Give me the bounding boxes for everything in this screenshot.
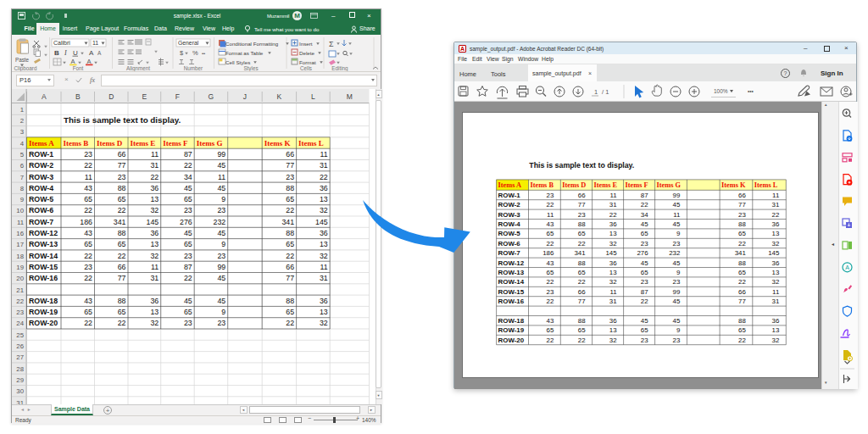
svg-text:13: 13 — [150, 240, 159, 248]
svg-text:65: 65 — [546, 269, 554, 276]
svg-text:11: 11 — [772, 191, 779, 198]
svg-text:32: 32 — [150, 252, 159, 260]
svg-text:99: 99 — [672, 287, 680, 295]
svg-text:22: 22 — [577, 336, 585, 343]
svg-text:65: 65 — [84, 195, 92, 203]
svg-text:23: 23 — [84, 150, 92, 159]
svg-text:ROW-5: ROW-5 — [498, 230, 520, 237]
svg-text:3: 3 — [20, 128, 24, 136]
svg-text:Items A: Items A — [29, 139, 54, 147]
svg-text:ROW-3: ROW-3 — [498, 210, 520, 218]
svg-text:13: 13 — [771, 326, 779, 334]
svg-text:ROW-18: ROW-18 — [29, 297, 58, 305]
svg-text:23: 23 — [672, 278, 680, 286]
svg-text:36: 36 — [150, 184, 159, 192]
svg-text:22: 22 — [286, 252, 294, 260]
svg-text:22: 22 — [609, 210, 616, 218]
svg-text:32: 32 — [150, 206, 159, 214]
svg-text:Format as Table: Format as Table — [225, 50, 264, 56]
svg-text:9: 9 — [676, 230, 681, 237]
svg-text:145: 145 — [315, 218, 328, 226]
svg-text:Alignment: Alignment — [126, 65, 150, 72]
svg-text:65: 65 — [286, 195, 294, 203]
svg-text:9: 9 — [221, 308, 225, 316]
svg-text:13: 13 — [771, 230, 779, 237]
svg-text:88: 88 — [286, 297, 294, 305]
svg-text:276: 276 — [637, 249, 648, 257]
svg-text:Items D: Items D — [97, 139, 123, 147]
svg-text:13: 13 — [150, 195, 159, 203]
svg-text:B: B — [54, 49, 59, 57]
svg-text:G: G — [209, 92, 214, 101]
svg-text:B: B — [75, 92, 81, 101]
svg-text:22: 22 — [738, 336, 746, 343]
svg-text:88: 88 — [118, 297, 126, 305]
svg-text:21: 21 — [16, 287, 24, 294]
svg-text:32: 32 — [320, 252, 328, 260]
svg-text:45: 45 — [217, 274, 225, 282]
svg-text:1: 1 — [594, 88, 598, 96]
svg-text:341: 341 — [114, 218, 126, 226]
svg-text:23: 23 — [546, 191, 554, 198]
svg-text:341: 341 — [281, 218, 294, 226]
svg-text:6: 6 — [20, 162, 24, 170]
svg-text:32: 32 — [150, 319, 159, 327]
svg-text:11: 11 — [673, 210, 680, 218]
svg-text:88: 88 — [738, 220, 746, 228]
svg-text:23: 23 — [184, 252, 192, 260]
svg-text:22: 22 — [286, 319, 294, 327]
svg-text:43: 43 — [84, 229, 92, 237]
svg-text:Items A: Items A — [498, 181, 520, 189]
svg-text:32: 32 — [609, 239, 616, 247]
svg-text:22: 22 — [84, 319, 92, 327]
svg-text:43: 43 — [84, 297, 92, 305]
svg-text:65: 65 — [577, 326, 585, 334]
svg-text:36: 36 — [771, 259, 779, 266]
svg-text:27: 27 — [16, 353, 24, 361]
svg-text:ROW-4: ROW-4 — [498, 220, 520, 228]
svg-text:A: A — [845, 264, 849, 270]
svg-text:65: 65 — [738, 269, 746, 276]
svg-text:88: 88 — [738, 317, 746, 325]
svg-text:36: 36 — [320, 184, 328, 192]
svg-text:ROW-13: ROW-13 — [498, 269, 524, 276]
svg-text:66: 66 — [738, 191, 746, 198]
svg-text:31: 31 — [320, 274, 328, 282]
svg-text:77: 77 — [577, 298, 585, 305]
svg-text:45: 45 — [217, 297, 225, 305]
svg-text:66: 66 — [118, 150, 126, 159]
svg-text:45: 45 — [184, 297, 192, 305]
svg-text:Items F: Items F — [163, 139, 188, 147]
svg-text:E: E — [142, 92, 147, 101]
svg-text:88: 88 — [286, 184, 294, 192]
svg-text:18: 18 — [16, 253, 24, 260]
svg-text:11: 11 — [92, 40, 98, 46]
svg-text:19: 19 — [16, 264, 24, 271]
svg-text:32: 32 — [609, 278, 616, 286]
svg-text:Calibri: Calibri — [53, 40, 70, 46]
svg-text:23: 23 — [286, 173, 294, 181]
svg-text:22: 22 — [771, 210, 779, 218]
svg-text:Items E: Items E — [593, 181, 617, 189]
svg-text:31: 31 — [771, 298, 779, 305]
svg-text:77: 77 — [738, 201, 746, 209]
svg-text:45: 45 — [184, 184, 192, 192]
svg-text:Items D: Items D — [562, 181, 586, 189]
svg-text:ROW-15: ROW-15 — [29, 263, 58, 271]
svg-text:99: 99 — [672, 191, 680, 198]
svg-text:ROW-5: ROW-5 — [29, 195, 53, 203]
svg-text:45: 45 — [640, 259, 648, 266]
svg-text:34: 34 — [640, 210, 648, 218]
svg-text:30: 30 — [16, 387, 24, 395]
svg-text:45: 45 — [672, 298, 680, 305]
svg-text:32: 32 — [320, 206, 328, 214]
svg-text:Items L: Items L — [754, 181, 777, 189]
svg-text:13: 13 — [609, 230, 616, 237]
svg-text:ROW-2: ROW-2 — [29, 161, 53, 170]
svg-text:22: 22 — [118, 206, 126, 214]
svg-text:23: 23 — [217, 206, 225, 214]
svg-text:11: 11 — [609, 287, 616, 295]
svg-text:22: 22 — [320, 173, 328, 181]
svg-text:Conditional Formatting: Conditional Formatting — [225, 41, 279, 47]
svg-text:45: 45 — [217, 184, 225, 192]
